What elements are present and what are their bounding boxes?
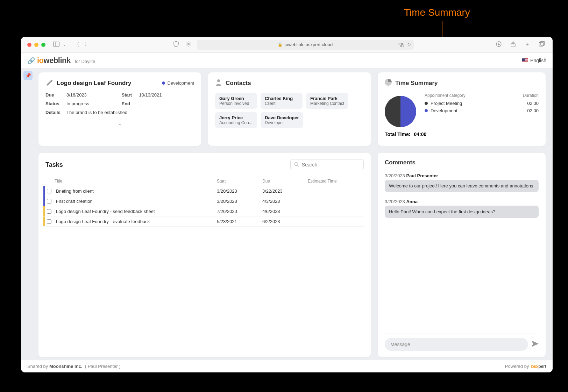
table-row[interactable]: Briefing from client 3/20/2023 3/22/2023 — [45, 186, 364, 196]
contact-name: Charles King — [265, 96, 298, 101]
tabs-icon[interactable] — [538, 41, 546, 48]
time-row-duration: 02:00 — [527, 101, 539, 106]
sidebar-toggle-button[interactable]: ⌄ — [52, 42, 67, 48]
chevron-down-icon: ⌄ — [62, 43, 67, 47]
checkbox[interactable] — [47, 199, 51, 204]
downloads-icon[interactable] — [495, 41, 503, 48]
reload-icon[interactable]: ↻ — [407, 42, 411, 48]
comment-list: 3/20/2023 Paul Presenter Welcome to our … — [385, 173, 539, 334]
svg-rect-5 — [539, 42, 544, 46]
share-icon[interactable] — [509, 41, 517, 48]
task-title: Logo design Leaf Foundry - send feedback… — [56, 209, 217, 214]
contact-chip[interactable]: Jerry PriceAccounting Con... — [215, 112, 257, 128]
language-selector[interactable]: English — [522, 58, 546, 63]
powered-by[interactable]: Powered by bsxpert — [505, 364, 546, 369]
task-start: 3/20/2023 — [217, 199, 262, 204]
col-estimated: Estimated Time — [308, 179, 364, 184]
language-label: English — [530, 58, 546, 63]
expand-toggle[interactable]: ⌄ — [45, 119, 194, 127]
total-time-label: Total Time: — [385, 131, 410, 137]
forward-button[interactable]: 〉 — [83, 41, 91, 48]
shield-icon[interactable] — [172, 41, 180, 48]
contact-name: Jerry Price — [219, 115, 253, 120]
table-row[interactable]: First draft creation 3/20/2023 4/3/2023 — [45, 196, 364, 206]
app-logo[interactable]: 🔗 ioweblink for Daylite — [27, 56, 95, 65]
checkbox[interactable] — [47, 189, 51, 193]
end-value: - — [139, 101, 194, 106]
window-controls — [27, 43, 45, 47]
minimize-window-button[interactable] — [34, 43, 38, 47]
time-pie-chart — [385, 96, 416, 127]
project-card: Logo design Leaf Foundry Development Due… — [38, 72, 201, 146]
message-input[interactable]: Message — [385, 338, 528, 351]
reader-icon[interactable]: ᴬあ — [398, 42, 404, 48]
task-due: 3/22/2023 — [262, 188, 308, 194]
task-due: 6/2/2023 — [262, 219, 308, 224]
contacts-heading: Contacts — [226, 80, 251, 87]
brand-name: weblink — [44, 56, 71, 65]
checkbox[interactable] — [47, 209, 51, 214]
browser-window: ⌄ 〈 〉 🔒 ioweblink.iosxpert.cloud ᴬあ ↻ — [21, 37, 553, 372]
task-title: Briefing from client — [56, 188, 217, 194]
comment: 3/20/2023 Paul Presenter Welcome to our … — [385, 173, 539, 192]
svg-rect-0 — [54, 42, 59, 47]
dot-icon — [425, 102, 428, 105]
search-input[interactable] — [302, 162, 363, 168]
comment-author: Anna — [406, 199, 418, 204]
col-duration: Duration — [523, 93, 539, 98]
contact-name: Dave Developer — [265, 115, 299, 120]
comment-author: Paul Presenter — [406, 173, 438, 178]
contact-chip[interactable]: Gary GreenPerson involved — [215, 93, 257, 109]
send-button[interactable] — [532, 341, 539, 349]
time-row-label: Project Meeting — [431, 101, 462, 106]
close-window-button[interactable] — [27, 43, 31, 47]
lock-icon: 🔒 — [278, 42, 283, 47]
comments-card: Comments 3/20/2023 Paul Presenter Welcom… — [378, 153, 546, 357]
settings-icon[interactable] — [184, 41, 193, 48]
tasks-header-row: Title Start Due Estimated Time — [45, 177, 364, 186]
contact-chip[interactable]: Francis ParkMarketing Contact — [306, 93, 348, 109]
pushpin-icon: 📌 — [25, 73, 31, 78]
hammer-icon — [45, 79, 53, 87]
maximize-window-button[interactable] — [41, 43, 45, 47]
due-value: 8/16/2023 — [66, 92, 122, 98]
task-start: 5/23/2021 — [217, 219, 262, 224]
svg-point-2 — [187, 43, 189, 45]
time-summary-heading: Time Summary — [395, 80, 438, 87]
app-body: 📌 Logo design Leaf Foundry Development — [21, 68, 553, 360]
project-title: Logo design Leaf Foundry — [57, 80, 158, 87]
comment-text: Hello Paul! When can I expect the first … — [385, 206, 539, 218]
svg-line-9 — [298, 165, 299, 166]
new-tab-icon[interactable]: ＋ — [523, 41, 531, 48]
comment-text: Welcome to our project! Here you can lea… — [385, 180, 539, 192]
svg-point-7 — [217, 79, 220, 82]
contact-chip[interactable]: Dave DeveloperDeveloper — [261, 112, 303, 128]
time-row-label: Development — [431, 108, 457, 113]
tasks-heading: Tasks — [45, 161, 63, 169]
col-title: Title — [55, 179, 217, 184]
status-value: In progress — [66, 101, 122, 106]
shared-by-company: Moonshine Inc. — [49, 364, 83, 369]
project-tag: Development — [162, 80, 194, 86]
table-row[interactable]: Logo design Leaf Foundry - send feedback… — [45, 206, 364, 216]
time-row-duration: 02:00 — [527, 108, 539, 113]
details-label: Details — [45, 110, 66, 115]
start-value: 10/13/2021 — [139, 92, 194, 98]
brand-subtitle: for Daylite — [75, 59, 95, 64]
shared-by: Shared by Moonshine Inc. ( Paul Presente… — [27, 364, 121, 369]
app-header: 🔗 ioweblink for Daylite English — [21, 53, 553, 68]
sidebar-icon — [52, 42, 61, 48]
contact-chip[interactable]: Charles KingClient — [261, 93, 303, 109]
annotation-label: Time Summary — [404, 7, 470, 18]
address-bar[interactable]: 🔒 ioweblink.iosxpert.cloud ᴬあ ↻ — [197, 40, 414, 50]
rail-pin-button[interactable]: 📌 — [23, 71, 33, 80]
tasks-search[interactable] — [290, 159, 364, 170]
bsxpert-logo: bsxpert — [531, 364, 546, 369]
left-rail: 📌 — [21, 68, 35, 360]
contact-role: Developer — [265, 120, 299, 125]
checkbox[interactable] — [47, 219, 51, 224]
table-row[interactable]: Logo design Leaf Foundry - evaluate feed… — [45, 216, 364, 227]
back-button[interactable]: 〈 — [73, 41, 81, 48]
person-icon — [215, 79, 222, 87]
contact-name: Gary Green — [219, 96, 253, 101]
